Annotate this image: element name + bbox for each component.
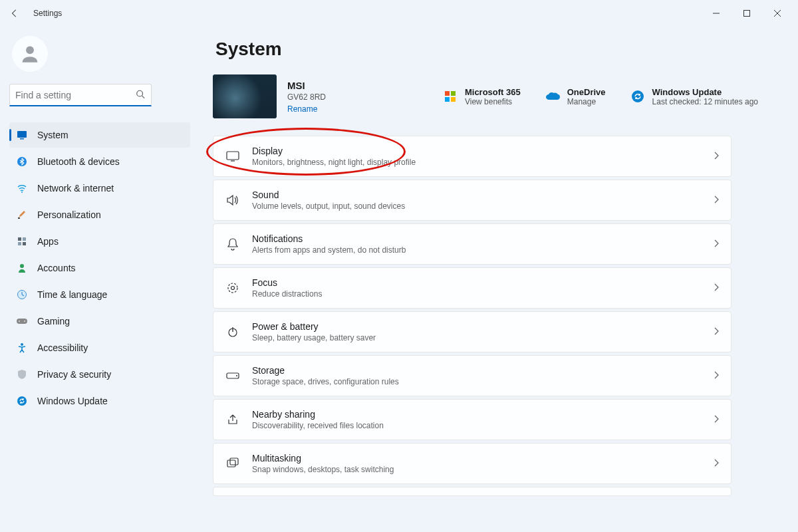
search-input[interactable]: [9, 84, 152, 106]
svg-point-28: [228, 283, 237, 293]
status-title: OneDrive: [567, 87, 606, 97]
globe-clock-icon: [16, 289, 28, 301]
person-icon: [19, 43, 41, 65]
arrow-left-icon: [10, 9, 19, 18]
nav-item-time[interactable]: Time & language: [9, 282, 190, 307]
svg-point-14: [20, 264, 24, 268]
card-display[interactable]: Display Monitors, brightness, night ligh…: [213, 136, 732, 177]
apps-icon: [16, 235, 28, 247]
nav-label: Bluetooth & devices: [37, 156, 120, 167]
status-onedrive[interactable]: OneDrive Manage: [545, 87, 606, 106]
svg-rect-26: [227, 152, 239, 160]
card-title: Notifications: [252, 233, 406, 244]
sound-icon: [225, 193, 240, 207]
nav-label: Windows Update: [37, 396, 108, 406]
user-avatar[interactable]: [12, 36, 190, 72]
nav-list: System Bluetooth & devices Network & int…: [9, 122, 190, 414]
shield-icon: [16, 368, 28, 380]
status-microsoft365[interactable]: Microsoft 365 View benefits: [442, 87, 521, 106]
card-multitasking[interactable]: Multitasking Snap windows, desktops, tas…: [213, 443, 732, 484]
onedrive-icon: [545, 88, 561, 104]
svg-point-8: [21, 192, 23, 193]
storage-icon: [225, 368, 240, 383]
status-sub: View benefits: [465, 97, 521, 106]
card-nearby-sharing[interactable]: Nearby sharing Discoverability, received…: [213, 399, 732, 440]
nav-label: Personalization: [37, 209, 101, 220]
svg-rect-16: [17, 319, 27, 324]
nav-item-accessibility[interactable]: Accessibility: [9, 335, 190, 360]
card-notifications[interactable]: Notifications Alerts from apps and syste…: [213, 223, 732, 265]
nav-label: Privacy & security: [37, 369, 111, 380]
svg-rect-11: [23, 237, 26, 241]
titlebar: Settings: [0, 0, 798, 27]
card-title: Power & battery: [252, 321, 376, 332]
svg-point-25: [632, 90, 644, 102]
card-title: Display: [252, 146, 416, 156]
svg-rect-13: [23, 242, 26, 245]
svg-point-17: [19, 321, 20, 322]
nav-item-network[interactable]: Network & internet: [9, 176, 190, 201]
microsoft365-icon: [442, 88, 458, 104]
svg-rect-5: [17, 131, 27, 138]
card-focus[interactable]: Focus Reduce distractions: [213, 267, 732, 309]
status-sub: Manage: [567, 97, 606, 106]
svg-rect-10: [18, 237, 21, 241]
card-storage[interactable]: Storage Storage space, drives, configura…: [213, 355, 732, 396]
status-sub: Last checked: 12 minutes ago: [652, 97, 758, 106]
card-subtitle: Storage space, drives, configuration rul…: [252, 377, 399, 386]
back-button[interactable]: [5, 4, 24, 23]
nav-item-update[interactable]: Windows Update: [9, 388, 190, 414]
window-close-button[interactable]: [762, 3, 793, 24]
nav-item-apps[interactable]: Apps: [9, 229, 190, 254]
chevron-right-icon: [714, 150, 719, 162]
nav-item-bluetooth[interactable]: Bluetooth & devices: [9, 149, 190, 174]
svg-rect-9: [18, 217, 20, 219]
main-content: System MSI GV62 8RD Rename Microsoft 365…: [200, 27, 798, 532]
update-icon: [16, 395, 28, 407]
window-minimize-button[interactable]: [701, 3, 732, 24]
nav-label: Gaming: [37, 316, 70, 327]
svg-rect-12: [18, 242, 21, 245]
svg-rect-34: [227, 460, 235, 467]
sidebar: System Bluetooth & devices Network & int…: [0, 27, 200, 532]
svg-rect-35: [230, 458, 238, 465]
nav-item-system[interactable]: System: [9, 122, 190, 148]
device-rename-link[interactable]: Rename: [287, 104, 326, 114]
chevron-right-icon: [714, 414, 719, 426]
svg-rect-21: [445, 91, 450, 96]
status-title: Microsoft 365: [465, 87, 521, 97]
share-icon: [225, 412, 240, 427]
device-wallpaper-thumb[interactable]: [213, 74, 277, 118]
display-icon: [225, 149, 240, 164]
paintbrush-icon: [16, 209, 28, 221]
nav-label: Accounts: [37, 263, 76, 273]
chevron-right-icon: [714, 282, 719, 294]
card-sound[interactable]: Sound Volume levels, output, input, soun…: [213, 180, 732, 221]
svg-rect-22: [451, 91, 456, 96]
card-title: Storage: [252, 365, 399, 376]
nav-item-accounts[interactable]: Accounts: [9, 255, 190, 281]
card-title: Nearby sharing: [252, 409, 384, 420]
card-next-partial[interactable]: [213, 487, 732, 496]
svg-rect-23: [445, 97, 450, 102]
accounts-icon: [16, 262, 28, 274]
chevron-right-icon: [714, 370, 719, 382]
focus-icon: [225, 281, 240, 295]
status-title: Windows Update: [652, 87, 758, 97]
nav-item-privacy[interactable]: Privacy & security: [9, 362, 190, 387]
card-title: Sound: [252, 190, 405, 200]
multitasking-icon: [225, 456, 240, 471]
search-box: [9, 84, 152, 106]
nav-item-personalization[interactable]: Personalization: [9, 202, 190, 227]
nav-label: Apps: [37, 236, 59, 247]
card-power[interactable]: Power & battery Sleep, battery usage, ba…: [213, 311, 732, 352]
card-title: Focus: [252, 277, 322, 288]
card-subtitle: Alerts from apps and system, do not dist…: [252, 245, 406, 255]
card-title: Multitasking: [252, 453, 394, 464]
status-windows-update[interactable]: Windows Update Last checked: 12 minutes …: [630, 87, 758, 106]
card-subtitle: Monitors, brightness, night light, displ…: [252, 158, 416, 167]
nav-item-gaming[interactable]: Gaming: [9, 309, 190, 334]
maximize-icon: [743, 9, 751, 17]
window-maximize-button[interactable]: [732, 3, 762, 24]
card-subtitle: Volume levels, output, input, sound devi…: [252, 201, 405, 211]
